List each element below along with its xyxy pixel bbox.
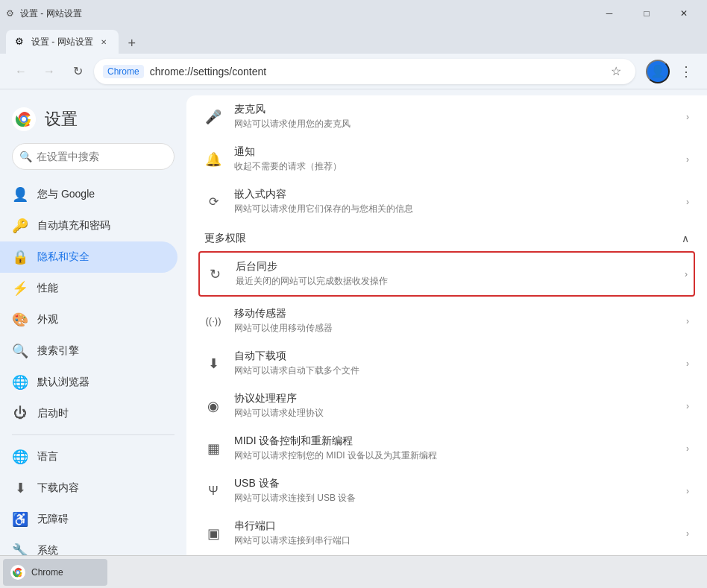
usb-desc: 网站可以请求连接到 USB 设备	[234, 492, 674, 505]
search-wrapper: 🔍	[12, 143, 175, 170]
serial-icon: ▣	[204, 525, 222, 543]
usb-icon: Ψ	[204, 482, 222, 500]
sidebar-item-startup[interactable]: ⏻ 启动时	[0, 398, 177, 429]
close-button[interactable]: ✕	[667, 0, 701, 27]
sidebar-item-search[interactable]: 🔍 搜索引擎	[0, 335, 177, 367]
motion-sensors-title: 移动传感器	[234, 307, 674, 320]
svg-point-2	[22, 117, 26, 121]
usb-title: USB 设备	[234, 477, 674, 490]
more-permissions-arrow-icon: ∧	[682, 233, 689, 244]
sidebar-item-accessibility[interactable]: ♿ 无障碍	[0, 504, 177, 535]
embedded-text: 嵌入式内容 网站可以请求使用它们保存的与您相关的信息	[234, 188, 674, 215]
minimize-button[interactable]: ─	[592, 0, 626, 27]
settings-item-microphone[interactable]: 🎤 麦克风 网站可以请求使用您的麦克风 ›	[186, 95, 707, 138]
active-tab[interactable]: ⚙ 设置 - 网站设置 ✕	[6, 30, 119, 54]
chrome-badge: Chrome	[103, 65, 144, 78]
settings-item-notifications[interactable]: 🔔 通知 收起不需要的请求（推荐） ›	[186, 138, 707, 180]
settings-item-midi[interactable]: ▦ MIDI 设备控制和重新编程 网站可以请求控制您的 MIDI 设备以及为其重…	[186, 427, 707, 470]
privacy-icon: 🔒	[12, 249, 28, 265]
reload-button[interactable]: ↻	[66, 60, 89, 83]
sidebar-item-appearance[interactable]: 🎨 外观	[0, 304, 177, 335]
sidebar-divider	[12, 434, 175, 435]
protocol-arrow-icon: ›	[686, 401, 689, 411]
microphone-title: 麦克风	[234, 103, 674, 116]
sidebar-item-download[interactable]: ⬇ 下载内容	[0, 472, 177, 504]
sidebar-title: 设置	[45, 108, 78, 130]
back-button[interactable]: ←	[9, 60, 33, 83]
auto-download-desc: 网站可以请求自动下载多个文件	[234, 364, 674, 377]
notifications-arrow-icon: ›	[686, 154, 689, 165]
sidebar-item-language[interactable]: 🌐 语言	[0, 441, 177, 472]
embedded-title: 嵌入式内容	[234, 188, 674, 201]
accessibility-icon: ♿	[12, 511, 28, 528]
notifications-title: 通知	[234, 145, 674, 159]
google-icon: 👤	[12, 186, 28, 203]
sidebar: 设置 🔍 👤 您与 Google 🔑 自动填充和密码 🔒 隐私和安全 ⚡ 性能 …	[0, 89, 186, 588]
maximize-button[interactable]: □	[629, 0, 664, 27]
content-area: 🎤 麦克风 网站可以请求使用您的麦克风 › 🔔 通知 收起不需要的请求（推荐） …	[186, 95, 707, 588]
taskbar-chrome-item[interactable]: Chrome	[3, 559, 107, 586]
titlebar: ⚙ 设置 - 网站设置 ─ □ ✕	[0, 0, 707, 27]
serial-text: 串行端口 网站可以请求连接到串行端口	[234, 519, 674, 547]
usb-arrow-icon: ›	[686, 486, 689, 496]
profile-button[interactable]: 👤	[646, 60, 670, 83]
sidebar-item-performance[interactable]: ⚡ 性能	[0, 273, 177, 304]
new-tab-button[interactable]: +	[122, 33, 142, 54]
sidebar-item-label: 性能	[37, 282, 58, 295]
serial-title: 串行端口	[234, 519, 674, 533]
sidebar-item-label: 外观	[37, 313, 58, 326]
background-sync-desc: 最近关闭的网站可以完成数据收发操作	[236, 275, 673, 288]
background-sync-title: 后台同步	[236, 260, 673, 274]
address-bar[interactable]: Chrome chrome://settings/content ☆	[94, 59, 635, 84]
performance-icon: ⚡	[12, 280, 28, 297]
search-container: 🔍	[0, 143, 186, 179]
sidebar-item-label: 默认浏览器	[37, 376, 89, 389]
download-icon: ⬇	[12, 480, 28, 496]
sidebar-item-default-browser[interactable]: 🌐 默认浏览器	[0, 367, 177, 398]
more-permissions-header[interactable]: 更多权限 ∧	[186, 223, 707, 251]
address-bar-row: ← → ↻ Chrome chrome://settings/content ☆…	[0, 54, 707, 89]
settings-item-serial[interactable]: ▣ 串行端口 网站可以请求连接到串行端口 ›	[186, 512, 707, 554]
protocol-desc: 网站可以请求处理协议	[234, 407, 674, 420]
microphone-arrow-icon: ›	[686, 112, 689, 122]
taskbar-chrome-label: Chrome	[31, 567, 63, 578]
titlebar-title: 设置 - 网站设置	[20, 7, 82, 20]
serial-arrow-icon: ›	[686, 528, 689, 539]
embedded-icon: ⟳	[204, 193, 222, 211]
tab-bar: ⚙ 设置 - 网站设置 ✕ +	[0, 27, 707, 54]
chrome-logo-icon	[12, 107, 36, 131]
settings-item-motion-sensors[interactable]: ((·)) 移动传感器 网站可以使用移动传感器 ›	[186, 300, 707, 342]
settings-item-embedded[interactable]: ⟳ 嵌入式内容 网站可以请求使用它们保存的与您相关的信息 ›	[186, 180, 707, 223]
settings-item-auto-download[interactable]: ⬇ 自动下载项 网站可以请求自动下载多个文件 ›	[186, 342, 707, 385]
bookmark-button[interactable]: ☆	[606, 61, 626, 82]
background-sync-text: 后台同步 最近关闭的网站可以完成数据收发操作	[236, 260, 673, 288]
more-permissions-title: 更多权限	[204, 232, 246, 245]
search-input[interactable]	[12, 143, 175, 170]
settings-item-protocol[interactable]: ◉ 协议处理程序 网站可以请求处理协议 ›	[186, 385, 707, 427]
microphone-text: 麦克风 网站可以请求使用您的麦克风	[234, 103, 674, 130]
protocol-text: 协议处理程序 网站可以请求处理协议	[234, 392, 674, 420]
auto-download-text: 自动下载项 网站可以请求自动下载多个文件	[234, 350, 674, 377]
sidebar-header: 设置	[0, 101, 186, 143]
svg-point-8	[16, 571, 19, 574]
sidebar-item-google[interactable]: 👤 您与 Google	[0, 179, 177, 210]
protocol-title: 协议处理程序	[234, 392, 674, 405]
midi-text: MIDI 设备控制和重新编程 网站可以请求控制您的 MIDI 设备以及为其重新编…	[234, 434, 674, 462]
autofill-icon: 🔑	[12, 218, 28, 234]
motion-sensors-text: 移动传感器 网站可以使用移动传感器	[234, 307, 674, 335]
midi-icon: ▦	[204, 440, 222, 458]
taskbar: Chrome	[0, 555, 707, 588]
forward-button[interactable]: →	[37, 60, 61, 83]
sidebar-item-privacy[interactable]: 🔒 隐私和安全	[0, 241, 177, 273]
menu-button[interactable]: ⋮	[674, 60, 698, 83]
taskbar-chrome-icon	[10, 565, 25, 580]
settings-item-background-sync[interactable]: ↻ 后台同步 最近关闭的网站可以完成数据收发操作 ›	[198, 251, 695, 297]
tab-close-button[interactable]: ✕	[98, 36, 110, 48]
tab-title: 设置 - 网站设置	[31, 36, 93, 48]
sidebar-item-label: 自动填充和密码	[37, 219, 110, 233]
sidebar-item-label: 启动时	[37, 407, 69, 420]
sidebar-item-autofill[interactable]: 🔑 自动填充和密码	[0, 210, 177, 241]
background-sync-arrow-icon: ›	[685, 269, 688, 279]
search-engine-icon: 🔍	[12, 343, 28, 359]
settings-item-usb[interactable]: Ψ USB 设备 网站可以请求连接到 USB 设备 ›	[186, 470, 707, 512]
